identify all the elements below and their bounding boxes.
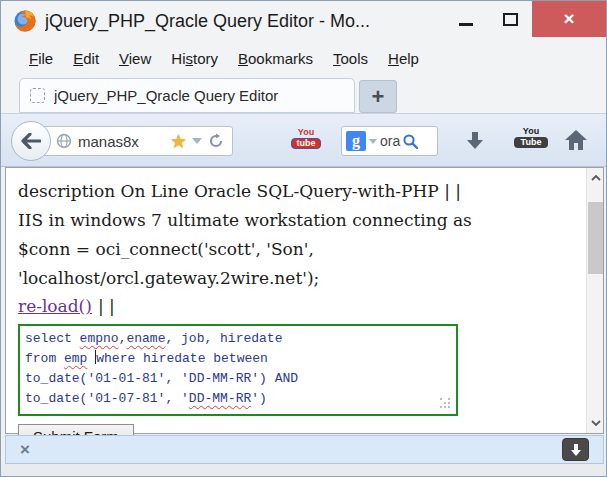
reload-suffix: | | — [98, 296, 115, 316]
notification-bar: × — [5, 435, 604, 464]
urlbar-dropdown-icon[interactable] — [192, 138, 202, 144]
new-tab-button[interactable]: + — [359, 80, 397, 113]
address-bar[interactable]: manas8x ★ — [31, 126, 233, 156]
tab-query-editor[interactable]: jQuery_PHP_Qracle Query Editor — [19, 78, 355, 113]
page-body: description On Line Oracle SQL-Query-wit… — [6, 168, 586, 433]
menu-tools[interactable]: Tools — [323, 46, 378, 71]
youtube-extension-icon[interactable]: You tube — [291, 128, 321, 149]
downloads-icon[interactable] — [463, 129, 487, 153]
sql-line-3: to_date('01-01-81', 'DD-MM-RR') AND — [25, 369, 451, 389]
download-arrow-icon — [570, 443, 582, 457]
notification-close-icon[interactable]: × — [20, 441, 30, 458]
maximize-button[interactable] — [488, 1, 532, 37]
sql-line-4: to_date('01-07-81', 'DD-MM-RR') — [25, 389, 451, 409]
description-line-3: $conn = oci_connect('scott', 'Son', — [18, 235, 580, 264]
menu-file[interactable]: File — [19, 46, 63, 71]
minimize-icon — [459, 23, 473, 26]
close-button[interactable]: × — [532, 1, 606, 37]
menu-history[interactable]: History — [161, 46, 228, 71]
search-magnifier-icon[interactable] — [402, 133, 419, 150]
plus-icon: + — [372, 86, 385, 108]
menu-bookmarks[interactable]: Bookmarks — [228, 46, 323, 71]
url-text: manas8x — [78, 133, 170, 150]
notification-download-button[interactable] — [562, 438, 589, 461]
scroll-down-button[interactable] — [587, 415, 604, 431]
reload-line: re-load()| | — [18, 293, 580, 319]
description-line-4: 'localhost/orcl.gateway.2wire.net'); — [18, 264, 580, 293]
window-bottom-frame — [1, 464, 606, 477]
window-controls: × — [444, 1, 606, 37]
sql-query-textarea[interactable]: select empno,ename, job, hiredate from e… — [18, 324, 458, 416]
sql-line-1: select empno,ename, job, hiredate — [25, 329, 451, 349]
maximize-icon — [503, 13, 518, 26]
textarea-resize-grip[interactable] — [440, 398, 452, 410]
menu-view[interactable]: View — [109, 46, 161, 71]
browser-window: jQuery_PHP_Qracle Query Editor - Mo... ×… — [0, 0, 607, 477]
navigation-toolbar: manas8x ★ You tube g ora You Tube — [1, 113, 606, 167]
home-icon[interactable] — [564, 129, 588, 151]
description-line-2: IIS in windows 7 ultimate workstation co… — [18, 206, 580, 235]
vertical-scrollbar[interactable] — [586, 168, 603, 433]
back-arrow-icon — [21, 133, 41, 149]
tab-favicon-placeholder — [30, 88, 45, 103]
tab-label: jQuery_PHP_Qracle Query Editor — [54, 87, 278, 104]
window-title: jQuery_PHP_Qracle Query Editor - Mo... — [45, 11, 370, 32]
minimize-button[interactable] — [444, 1, 488, 37]
search-bar[interactable]: g ora — [341, 126, 438, 156]
description-line-1: description On Line Oracle SQL-Query-wit… — [18, 177, 580, 206]
title-bar: jQuery_PHP_Qracle Query Editor - Mo... × — [1, 1, 606, 41]
scrollbar-thumb[interactable] — [588, 202, 603, 274]
tab-bar: jQuery_PHP_Qracle Query Editor + — [1, 75, 606, 113]
close-icon: × — [563, 8, 574, 30]
reload-link[interactable]: re-load() — [18, 296, 92, 316]
sql-line-2: from emp where hiredate between — [25, 349, 451, 369]
firefox-icon — [13, 9, 37, 33]
back-button[interactable] — [11, 121, 51, 161]
menu-edit[interactable]: Edit — [63, 46, 109, 71]
youtube-icon[interactable]: You Tube — [514, 127, 548, 148]
menu-bar: File Edit View History Bookmarks Tools H… — [1, 41, 606, 75]
search-engine-dropdown-icon[interactable] — [369, 139, 377, 144]
chevron-down-icon — [591, 420, 601, 426]
globe-icon — [56, 133, 72, 149]
search-input-text: ora — [380, 133, 402, 149]
menu-help[interactable]: Help — [378, 46, 429, 71]
page-content: description On Line Oracle SQL-Query-wit… — [5, 167, 604, 434]
chevron-up-icon — [591, 175, 601, 181]
google-engine-icon[interactable]: g — [346, 131, 366, 151]
reload-icon[interactable] — [208, 133, 224, 149]
bookmark-star-icon[interactable]: ★ — [170, 132, 187, 151]
scroll-up-button[interactable] — [587, 170, 604, 186]
